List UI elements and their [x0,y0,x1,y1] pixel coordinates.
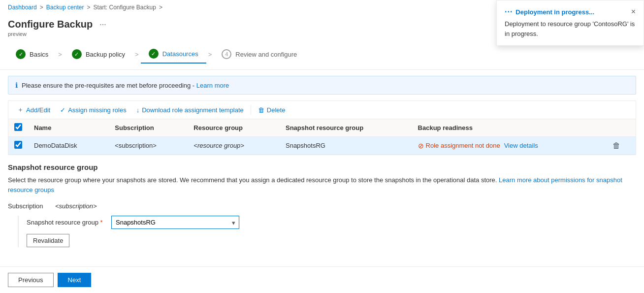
row-name: DemoDataDisk [28,137,109,155]
data-table: Name Subscription Resource group Snapsho… [8,119,636,155]
step-policy-icon: ✓ [72,49,82,59]
row-delete-cell: 🗑 [607,137,636,155]
snapshot-rg-select[interactable]: SnapshotsRG Other-RG [111,216,239,229]
delete-button[interactable]: 🗑 Delete [253,104,290,116]
subscription-value: <subscription> [55,200,97,210]
row-backup-readiness: ⊘ Role assignment not done View details [412,137,607,155]
toolbar-separator [251,105,251,115]
view-details-link[interactable]: View details [504,142,538,149]
select-all-checkbox[interactable] [14,123,22,131]
breadcrumb-current: Start: Configure Backup [93,4,156,11]
table-row: DemoDataDisk <subscription> <resource gr… [8,137,636,155]
error-badge: ⊘ Role assignment not done View details [418,142,601,150]
info-text: Please ensure the pre-requisites are met… [22,82,196,89]
step-basics-icon: ✓ [16,49,26,59]
learn-more-link[interactable]: Learn more [196,82,229,89]
step-basics[interactable]: ✓ Basics [8,45,56,63]
download-icon: ↓ [136,106,140,114]
checkmark-icon: ✓ [60,106,65,114]
step-datasources-icon: ✓ [149,49,159,59]
row-resource-group: <resource group> [188,137,280,155]
subscription-row: Subscription <subscription> [8,200,636,210]
table-area: ＋ Add/Edit ✓ Assign missing roles ↓ Down… [8,100,636,155]
col-snapshot-rg: Snapshot resource group [280,119,412,137]
revalidate-button[interactable]: Revalidate [27,234,69,247]
row-checkbox-cell [8,137,28,155]
step-review-label: Review and configure [235,51,297,58]
toast-body: Deployment to resource group 'ContosoRG'… [505,19,636,38]
more-options-button[interactable]: ··· [97,19,109,30]
toast-title: ··· Deployment in progress... [505,7,594,16]
step-policy-label: Backup policy [86,51,125,58]
snapshot-rg-select-wrapper: SnapshotsRG Other-RG ▾ [111,216,239,229]
add-edit-button[interactable]: ＋ Add/Edit [12,103,55,117]
step-basics-label: Basics [30,51,48,58]
snapshot-rg-row: Snapshot resource group SnapshotsRG Othe… [27,216,636,229]
toolbar: ＋ Add/Edit ✓ Assign missing roles ↓ Down… [8,100,636,119]
data-table-container: Name Subscription Resource group Snapsho… [8,119,636,155]
row-snapshot-rg: SnapshotsRG [280,137,412,155]
page-subtitle: preview [8,31,109,37]
snapshot-rg-label: Snapshot resource group [27,219,105,226]
step-datasources[interactable]: ✓ Datasources [141,45,206,64]
breadcrumb-backup-center[interactable]: Backup center [46,4,84,11]
row-subscription: <subscription> [109,137,188,155]
toast-close-button[interactable]: × [631,7,636,16]
col-checkbox [8,119,28,137]
row-delete-button[interactable]: 🗑 [612,141,620,150]
page-title: Configure Backup [8,19,93,30]
toast-notification: ··· Deployment in progress... × Deployme… [496,0,644,46]
download-template-button[interactable]: ↓ Download role assignment template [131,104,249,116]
readiness-text: Role assignment not done [426,142,500,149]
step-backup-policy[interactable]: ✓ Backup policy [64,45,133,63]
toast-header: ··· Deployment in progress... × [505,7,636,16]
error-icon: ⊘ [418,142,424,150]
step-datasources-label: Datasources [162,50,198,58]
col-actions [607,119,636,137]
col-backup-readiness: Backup readiness [412,119,607,137]
trash-icon: 🗑 [258,106,264,114]
step-review-icon: 4 [222,49,231,59]
toast-title-text: Deployment in progress... [515,8,594,16]
col-resource-group: Resource group [188,119,280,137]
subscription-label: Subscription [8,200,47,210]
table-header-row: Name Subscription Resource group Snapsho… [8,119,636,137]
breadcrumb-dashboard[interactable]: Dashboard [8,4,37,11]
snapshot-section: Snapshot resource group Select the resou… [0,155,644,255]
col-name: Name [28,119,109,137]
col-subscription: Subscription [109,119,188,137]
toast-dots-icon: ··· [505,7,513,16]
step-review[interactable]: 4 Review and configure [214,45,305,63]
info-banner: ℹ Please ensure the pre-requisites are m… [8,76,636,95]
plus-icon: ＋ [17,105,24,114]
info-icon: ℹ [15,81,18,89]
assign-roles-button[interactable]: ✓ Assign missing roles [55,104,131,116]
section-title: Snapshot resource group [8,163,636,171]
row-checkbox[interactable] [14,141,22,149]
section-desc: Select the resource group where your sna… [8,175,636,195]
snapshot-rg-indent: Snapshot resource group SnapshotsRG Othe… [18,216,636,247]
